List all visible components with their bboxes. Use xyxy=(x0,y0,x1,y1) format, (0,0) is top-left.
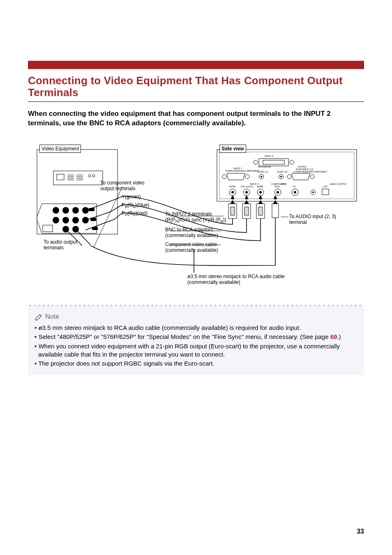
svg-point-13 xyxy=(53,207,59,214)
svg-text:INPUT 3: INPUT 3 xyxy=(265,155,273,157)
pr-red-label: PR(CR)(red) xyxy=(122,210,148,217)
svg-text:AUDIO (2): AUDIO (2) xyxy=(277,170,288,173)
note-box: Note ø3.5 mm stereo minijack to RCA audi… xyxy=(28,305,364,375)
bnc-adaptors-label: BNC to RCA adaptors (commercially availa… xyxy=(165,227,227,239)
svg-text:LAN: LAN xyxy=(323,185,327,188)
svg-text:COMPUTER/RGB/COMPONENT: COMPUTER/RGB/COMPONENT xyxy=(225,170,259,172)
svg-text:B(PB): B(PB) xyxy=(257,185,263,188)
note-list: ø3.5 mm stereo minijack to RCA audio cab… xyxy=(35,324,357,368)
svg-rect-37 xyxy=(272,204,279,218)
to-input2-label: To INPUT 2 terminals (R(PR)/G/G sync (Y)… xyxy=(165,211,227,224)
svg-text:G/G sync(Y): G/G sync(Y) xyxy=(241,185,253,188)
page-title: Connecting to Video Equipment That Has C… xyxy=(28,75,364,98)
svg-text:COMPUTER/RGB/COMPONENT: COMPUTER/RGB/COMPONENT xyxy=(293,170,327,173)
svg-point-64 xyxy=(312,191,314,193)
video-equipment-label: Video Equipment xyxy=(39,145,81,153)
note-item: Select "480P/525P" or "576P/625P" for "S… xyxy=(35,333,357,341)
note-item: When you connect video equipment with a … xyxy=(35,342,357,359)
svg-text:(TTL): (TTL) xyxy=(281,183,287,185)
note-item: ø3.5 mm stereo minijack to RCA audio cab… xyxy=(35,324,357,332)
page-number: 33 xyxy=(357,528,364,535)
to-audio-out-label: To audio output terminals xyxy=(44,239,89,251)
svg-rect-25 xyxy=(90,218,96,221)
component-cable-label: Component video cable (commercially avai… xyxy=(165,242,231,253)
side-view-label: Side view xyxy=(219,145,246,153)
intro-text: When connecting the video equipment that… xyxy=(28,109,364,128)
svg-point-17 xyxy=(53,217,59,223)
svg-point-19 xyxy=(72,217,79,223)
svg-point-52 xyxy=(280,176,282,177)
svg-rect-32 xyxy=(244,207,249,215)
svg-point-18 xyxy=(62,217,69,223)
svg-point-14 xyxy=(62,207,69,214)
header-bar xyxy=(28,61,364,69)
svg-point-50 xyxy=(261,176,262,177)
svg-line-81 xyxy=(94,187,122,247)
svg-rect-24 xyxy=(89,208,95,211)
svg-text:AUDIO OUTPUT: AUDIO OUTPUT xyxy=(330,183,347,185)
svg-point-54 xyxy=(231,191,234,193)
svg-point-56 xyxy=(245,191,248,193)
svg-point-62 xyxy=(294,191,296,193)
svg-rect-26 xyxy=(92,227,98,230)
page-reference: 69 xyxy=(330,333,337,340)
y-green-label: Y(green) xyxy=(122,194,141,200)
svg-text:AUDIO (1): AUDIO (1) xyxy=(257,170,268,173)
svg-text:R(PR): R(PR) xyxy=(229,185,235,188)
note-heading-text: Note xyxy=(45,313,59,320)
svg-text:DVI-DIGITAL: DVI-DIGITAL xyxy=(258,166,271,168)
svg-point-60 xyxy=(277,191,279,193)
pb-blue-label: PB(CB)(blue) xyxy=(122,202,149,209)
svg-point-15 xyxy=(72,207,79,214)
svg-rect-1 xyxy=(53,171,103,185)
svg-rect-41 xyxy=(259,159,288,166)
svg-point-58 xyxy=(259,191,262,193)
note-item: The projector does not support RGBC sign… xyxy=(35,359,357,368)
connection-diagram: INPUT 3 DVI-DIGITAL INPUT 1 COMPUTER/RGB… xyxy=(28,142,364,290)
svg-text:HS/C: HS/C xyxy=(274,185,280,188)
svg-rect-29 xyxy=(231,207,235,215)
pencil-icon xyxy=(35,312,44,321)
to-audio-input-label: To AUDIO input (2, 3) terminal xyxy=(289,214,347,226)
svg-text:VS: VS xyxy=(293,185,296,188)
note-heading: Note xyxy=(35,312,357,321)
component-out-label: To component video output terminals xyxy=(100,180,150,192)
svg-rect-35 xyxy=(258,207,263,215)
note-separator xyxy=(28,305,364,306)
minijack-label: ø3.5 mm stereo minijack to RCA audio cab… xyxy=(187,274,302,286)
title-rule xyxy=(28,101,364,102)
